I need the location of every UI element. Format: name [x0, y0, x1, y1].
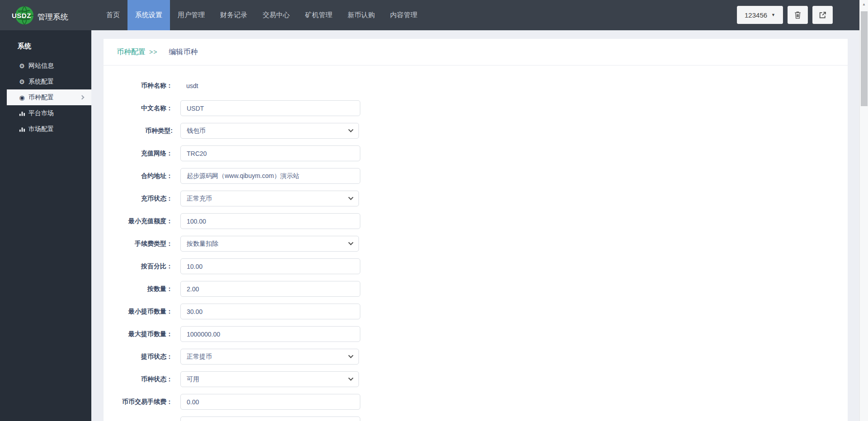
field-input[interactable] [180, 100, 360, 116]
sidebar-item[interactable]: 市场配置 [0, 121, 91, 137]
form-row: 最大提币数量： [104, 326, 848, 342]
form-row: 合约地址： [104, 168, 848, 184]
trash-button[interactable] [788, 6, 808, 24]
form-row: 币种类型:钱包币 [104, 123, 848, 139]
field-select[interactable]: 正常提币 [180, 349, 359, 365]
form-row: 币种名称：usdt [104, 78, 848, 94]
field-label: 最小充值额度： [104, 217, 173, 225]
field-select[interactable]: 钱包币 [180, 123, 359, 139]
sidebar-item[interactable]: ⚙网站信息 [0, 58, 91, 74]
field-input[interactable] [180, 416, 360, 421]
field-label: 币币交易手续费： [104, 398, 173, 406]
field-label: 最小提币数量： [104, 308, 173, 316]
sidebar-item-label: 币种配置 [28, 94, 54, 102]
trash-icon [794, 11, 801, 19]
select-value: 按数量扣除 [187, 240, 218, 248]
sidebar: 系统 ⚙网站信息⚙系统配置◉币种配置平台市场市场配置 [0, 30, 91, 421]
select-value: 可用 [187, 375, 199, 384]
form-row: 币币交易手续费： [104, 394, 848, 410]
sidebar-menu: ⚙网站信息⚙系统配置◉币种配置平台市场市场配置 [0, 58, 91, 137]
field-label: 提币状态： [104, 353, 173, 361]
nav-tab[interactable]: 交易中心 [255, 0, 297, 30]
field-select[interactable]: 可用 [180, 371, 359, 387]
content-card: 币种配置 >> 编辑币种 币种名称：usdt中文名称：币种类型:钱包币充值网络：… [104, 39, 848, 421]
caret-down-icon: ▼ [771, 13, 775, 17]
gear-icon: ⚙ [18, 62, 26, 70]
form-row: 提币状态：正常提币 [104, 349, 848, 365]
select-value: 正常提币 [187, 353, 212, 361]
field-label: 合约地址： [104, 172, 173, 180]
field-label: 币种名称： [104, 82, 173, 90]
globe-logo-icon: USDZ [14, 5, 35, 26]
export-button[interactable] [812, 6, 833, 24]
main-content: 币种配置 >> 编辑币种 币种名称：usdt中文名称：币种类型:钱包币充值网络：… [91, 30, 859, 421]
field-input[interactable] [180, 304, 360, 319]
breadcrumb-parent-link[interactable]: 币种配置 [117, 47, 146, 57]
nav-tab[interactable]: 矿机管理 [297, 0, 340, 30]
field-label: 按百分比： [104, 262, 173, 271]
nav-tab[interactable]: 系统设置 [127, 0, 170, 30]
form-row [104, 416, 848, 421]
breadcrumb-separator: >> [149, 48, 157, 56]
field-value: usdt [180, 82, 198, 89]
field-label: 充币状态： [104, 195, 173, 203]
chevron-down-icon [348, 375, 353, 380]
form-row: 最小充值额度： [104, 213, 848, 229]
field-input[interactable] [180, 145, 360, 161]
field-select[interactable]: 正常充币 [180, 191, 359, 206]
app-title: 管理系统 [38, 12, 68, 22]
chevron-down-icon [348, 240, 353, 245]
field-label: 币种状态： [104, 375, 173, 384]
user-menu-label: 123456 [745, 11, 767, 19]
bar-chart-icon [18, 110, 26, 117]
field-input[interactable] [180, 394, 360, 410]
field-label: 最大提币数量： [104, 330, 173, 338]
breadcrumb-current: 编辑币种 [169, 47, 198, 57]
field-label: 币种类型: [104, 127, 173, 135]
field-input[interactable] [180, 213, 360, 229]
field-label: 按数量： [104, 285, 173, 293]
v-scrollbar[interactable]: ▲ [859, 0, 868, 421]
sidebar-item[interactable]: ⚙系统配置 [0, 74, 91, 89]
topbar-actions: 123456 ▼ [737, 6, 833, 24]
chevron-down-icon [348, 195, 353, 200]
user-menu-button[interactable]: 123456 ▼ [737, 6, 783, 24]
nav-tab[interactable]: 用户管理 [170, 0, 212, 30]
form-row: 币种状态：可用 [104, 371, 848, 387]
brand-text: USDZ [12, 12, 31, 19]
nav-tab[interactable]: 新币认购 [340, 0, 382, 30]
form-row: 最小提币数量： [104, 304, 848, 319]
form-row: 中文名称： [104, 100, 848, 116]
nav-tab[interactable]: 内容管理 [382, 0, 425, 30]
field-input[interactable] [180, 168, 360, 184]
export-icon [819, 11, 826, 19]
app-logo: USDZ 管理系统 [0, 0, 91, 30]
field-label: 手续费类型： [104, 240, 173, 248]
select-value: 正常充币 [187, 195, 212, 203]
bar-chart-icon [18, 126, 26, 132]
edit-currency-form: 币种名称：usdt中文名称：币种类型:钱包币充值网络：合约地址：充币状态：正常充… [104, 65, 848, 421]
field-label: 充值网络： [104, 150, 173, 158]
scroll-up-icon[interactable]: ▲ [860, 0, 868, 9]
chevron-down-icon [348, 353, 353, 358]
nav-tab[interactable]: 财务记录 [212, 0, 255, 30]
chevron-down-icon [348, 127, 353, 132]
sidebar-section-title: 系统 [0, 30, 91, 51]
sidebar-item[interactable]: 平台市场 [0, 105, 91, 121]
select-value: 钱包币 [187, 127, 206, 135]
chevron-right-icon [80, 95, 85, 100]
scroll-thumb[interactable] [861, 11, 868, 106]
field-select[interactable]: 按数量扣除 [180, 236, 359, 252]
sidebar-item[interactable]: ◉币种配置 [7, 89, 91, 105]
field-input[interactable] [180, 258, 360, 274]
form-row: 充值网络： [104, 145, 848, 161]
gear-icon: ⚙ [18, 78, 26, 85]
field-input[interactable] [180, 326, 360, 342]
nav-tab[interactable]: 首页 [99, 0, 127, 30]
form-row: 按数量： [104, 281, 848, 297]
field-input[interactable] [180, 281, 360, 297]
sidebar-item-label: 系统配置 [28, 78, 54, 86]
sidebar-item-label: 市场配置 [28, 125, 54, 133]
circle-dot-icon: ◉ [18, 94, 26, 101]
breadcrumb: 币种配置 >> 编辑币种 [104, 39, 848, 65]
